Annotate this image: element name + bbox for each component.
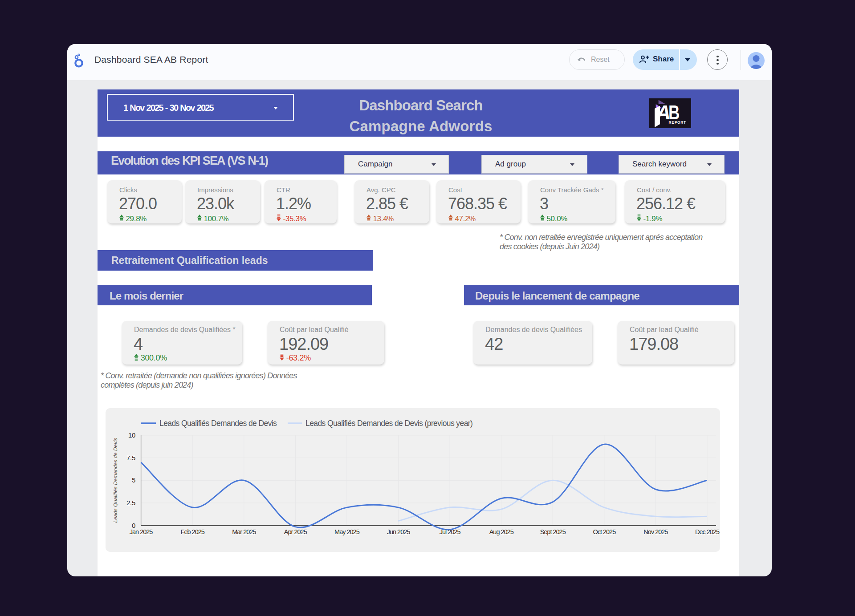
svg-text:Jun 2025: Jun 2025 xyxy=(387,528,411,535)
svg-text:Apr 2025: Apr 2025 xyxy=(284,528,307,535)
svg-text:Oct 2025: Oct 2025 xyxy=(593,528,616,535)
svg-text:REPORT: REPORT xyxy=(669,121,687,125)
svg-text:2.5: 2.5 xyxy=(126,499,135,507)
svg-text:Jan 2025: Jan 2025 xyxy=(130,528,153,535)
svg-text:5: 5 xyxy=(132,476,135,484)
svg-text:B: B xyxy=(668,101,680,123)
svg-text:Mar 2025: Mar 2025 xyxy=(232,528,256,535)
svg-text:Dec 2025: Dec 2025 xyxy=(695,528,720,535)
svg-text:May 2025: May 2025 xyxy=(334,528,360,535)
svg-text:Aug 2025: Aug 2025 xyxy=(489,528,514,535)
svg-text:Sept 2025: Sept 2025 xyxy=(540,528,566,535)
svg-text:10: 10 xyxy=(128,431,135,439)
svg-text:Leads Qualifiés Demandes de De: Leads Qualifiés Demandes de Devis (previ… xyxy=(305,419,472,428)
svg-text:Leads Qualifiés Demandes de De: Leads Qualifiés Demandes de Devis xyxy=(112,438,118,523)
svg-text:Jul 2025: Jul 2025 xyxy=(440,528,461,535)
svg-text:Nov 2025: Nov 2025 xyxy=(643,528,668,535)
svg-text:7.5: 7.5 xyxy=(126,454,135,462)
svg-text:Leads Qualifiés Demandes de De: Leads Qualifiés Demandes de Devis xyxy=(159,419,277,428)
svg-text:Feb 2025: Feb 2025 xyxy=(181,528,205,535)
